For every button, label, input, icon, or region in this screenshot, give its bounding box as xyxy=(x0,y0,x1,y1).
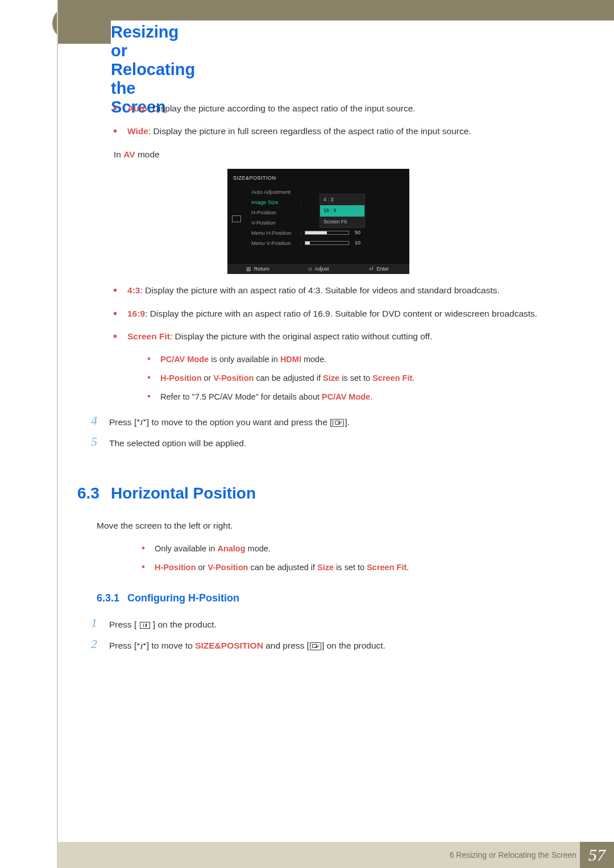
osd-item: Auto Adjustment xyxy=(232,188,300,196)
text: or xyxy=(196,563,208,572)
text: Only available in xyxy=(155,544,217,553)
osd-slider xyxy=(305,231,349,235)
note-item: Only available in Analog mode. xyxy=(142,543,580,555)
keyword: PC/AV Mode xyxy=(322,392,370,401)
step-text: The selected option will be applied. xyxy=(109,435,580,450)
osd-option-selected: 16 : 9 xyxy=(320,205,364,216)
in-av-mode-line: In AV mode xyxy=(114,148,580,161)
section-number: 6.3 xyxy=(77,482,99,505)
list-item: 16:9: Display the picture with an aspect… xyxy=(114,308,580,320)
keyword: HDMI xyxy=(280,355,301,364)
osd-title: SIZE&POSITION xyxy=(232,172,405,186)
definition: : Display the picture with an aspect rat… xyxy=(140,285,499,295)
keyword: H-Position xyxy=(160,373,202,383)
aspect-list-av: 4:3: Display the picture with an aspect … xyxy=(114,284,580,343)
keyword: Size xyxy=(323,373,339,383)
list-item: Screen Fit: Display the picture with the… xyxy=(114,330,580,343)
text: mode xyxy=(135,149,160,159)
menu-icon xyxy=(140,622,150,629)
text: Press [ xyxy=(109,641,136,650)
steps-continuation: 4 Press [˄/˅] to move to the option you … xyxy=(91,414,580,450)
osd-dropdown: 4 : 3 16 : 9 Screen Fit xyxy=(320,194,365,227)
text: . xyxy=(370,392,372,401)
step-number: 2 xyxy=(91,638,109,652)
osd-footer: ▥Return ◇Adjust ⏎Enter xyxy=(227,264,409,274)
enter-icon xyxy=(310,642,321,650)
text: ] on the product. xyxy=(151,620,217,629)
list-item: Auto: Display the picture according to t… xyxy=(114,102,580,115)
term: 4:3 xyxy=(127,285,140,295)
text: can be adjusted if xyxy=(254,373,323,383)
page-number: 57 xyxy=(588,845,605,865)
footer-chapter-label: 6 Resizing or Relocating the Screen xyxy=(450,850,580,859)
section-6-3-heading: 6.3 Horizontal Position xyxy=(57,482,580,505)
term: Screen Fit xyxy=(127,331,170,341)
text: . xyxy=(406,563,409,572)
term: Auto xyxy=(127,103,147,113)
osd-item: V-Position xyxy=(232,219,300,227)
text: mode. xyxy=(301,355,326,364)
text: ] on the product. xyxy=(322,641,385,650)
updown-icon: ˄/˅ xyxy=(136,643,147,650)
text: can be adjusted if xyxy=(248,563,317,572)
content-area: Auto: Display the picture according to t… xyxy=(57,102,580,659)
term: Wide xyxy=(127,126,148,136)
subsection-6-3-1-heading: 6.3.1 Configuring H-Position xyxy=(97,591,580,605)
mode-name: AV xyxy=(123,149,135,159)
text: is set to xyxy=(339,373,372,383)
list-item: Wide: Display the picture in full screen… xyxy=(114,125,580,138)
keyword: Analog xyxy=(217,544,245,553)
note-item: PC/AV Mode is only available in HDMI mod… xyxy=(148,354,580,366)
text: ]. xyxy=(345,417,350,427)
osd-option: Screen Fit xyxy=(320,217,364,227)
osd-category-icon xyxy=(232,215,241,222)
osd-item-active: Image Size xyxy=(232,198,300,206)
aspect-list-top: Auto: Display the picture according to t… xyxy=(114,102,580,138)
text: is set to xyxy=(334,563,367,572)
step-number: 5 xyxy=(91,435,109,450)
text: mode. xyxy=(246,544,271,553)
step-text: Press [˄/˅] to move to the option you wa… xyxy=(109,414,580,429)
osd-footer-label: Enter xyxy=(376,265,389,273)
keyword: Screen Fit xyxy=(367,563,406,572)
text: . xyxy=(412,373,414,383)
enter-icon: ⏎ xyxy=(369,265,374,273)
osd-value: 50 xyxy=(355,229,360,236)
subsection-number: 6.3.1 xyxy=(97,591,119,605)
definition: : Display the picture with an aspect rat… xyxy=(145,309,537,318)
osd-item: Menu V-Position xyxy=(232,239,300,247)
updown-icon: ◇ xyxy=(308,265,312,273)
osd-item: Menu H-Position xyxy=(232,229,300,237)
step-number: 1 xyxy=(91,617,109,631)
keyword: H-Position xyxy=(155,563,196,572)
text: Press [ xyxy=(109,620,139,629)
step-4: 4 Press [˄/˅] to move to the option you … xyxy=(91,414,580,429)
osd-value: 10 xyxy=(355,239,360,247)
text: Refer to "7.5 PC/AV Mode" for details ab… xyxy=(160,392,322,401)
keyword: V-Position xyxy=(213,373,254,383)
osd-option: 4 : 3 xyxy=(320,194,364,205)
note-item: Refer to "7.5 PC/AV Mode" for details ab… xyxy=(148,391,580,403)
keyword: Screen Fit xyxy=(372,373,412,383)
text: Press [ xyxy=(109,417,136,427)
notes-list-63: Only available in Analog mode. H-Positio… xyxy=(142,543,580,574)
definition: : Display the picture according to the a… xyxy=(147,103,415,113)
definition: : Display the picture with the original … xyxy=(170,331,433,341)
step-number: 4 xyxy=(91,414,109,429)
text: In xyxy=(114,149,123,159)
text: is only available in xyxy=(209,355,280,364)
step-text: Press [˄/˅] to move to SIZE&POSITION and… xyxy=(109,638,580,652)
keyword: V-Position xyxy=(208,563,248,572)
osd-footer-label: Return xyxy=(254,265,269,273)
steps-631: 1 Press [ ] on the product. 2 Press [˄/˅… xyxy=(91,617,580,653)
keyword: Size xyxy=(317,563,334,572)
enter-icon xyxy=(333,419,344,427)
section-intro: Move the screen to the left or right. xyxy=(97,520,580,532)
note-item: H-Position or V-Position can be adjusted… xyxy=(142,562,580,574)
step-text: Press [ ] on the product. xyxy=(109,617,580,631)
updown-icon: ˄/˅ xyxy=(136,419,147,426)
text: or xyxy=(202,373,214,383)
section-title: Horizontal Position xyxy=(111,482,256,505)
osd-item: H-Position xyxy=(232,209,300,217)
list-item: 4:3: Display the picture with an aspect … xyxy=(114,284,580,297)
